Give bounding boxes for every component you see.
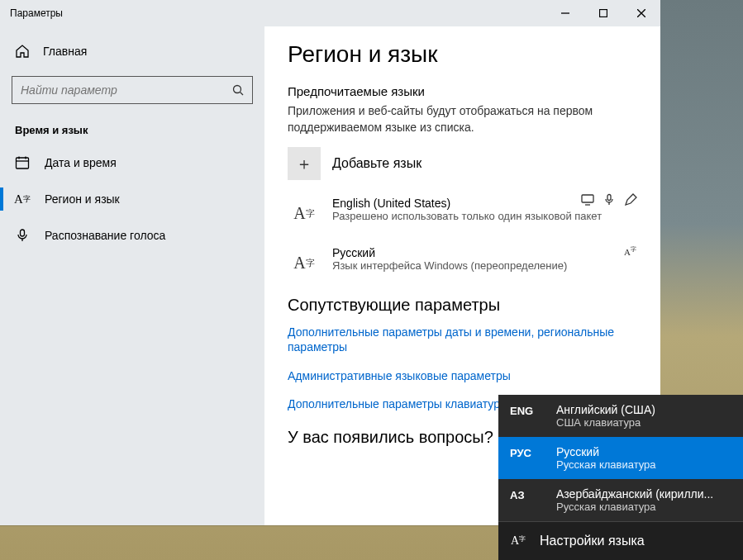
related-settings-title: Сопутствующие параметры bbox=[288, 296, 637, 315]
link-admin-language[interactable]: Административные языковые параметры bbox=[288, 368, 637, 383]
preferred-languages-title: Предпочитаемые языки bbox=[288, 84, 637, 98]
search-icon bbox=[232, 84, 244, 96]
home-icon bbox=[15, 44, 30, 59]
titlebar: Параметры bbox=[0, 0, 660, 26]
lang-option-rus[interactable]: РУС Русский Русская клавиатура bbox=[498, 437, 743, 479]
minimize-button[interactable] bbox=[546, 0, 584, 26]
svg-rect-10 bbox=[21, 230, 25, 236]
lang-option-eng[interactable]: ENG Английский (США) США клавиатура bbox=[498, 395, 743, 437]
lang-option-name: Азербайджанский (кирилли... bbox=[556, 487, 731, 501]
language-preferences-label: Настройки языка bbox=[540, 534, 645, 548]
nav-item-speech[interactable]: Распознавание голоса bbox=[0, 217, 264, 254]
lang-option-name: Английский (США) bbox=[556, 403, 731, 416]
lang-code: ENG bbox=[510, 403, 543, 429]
nav-item-date-time[interactable]: Дата и время bbox=[0, 145, 264, 181]
language-glyph-icon: A字 bbox=[288, 197, 321, 230]
language-feature-icons bbox=[581, 193, 637, 206]
nav-group-header: Время и язык bbox=[0, 116, 264, 145]
nav-item-label: Распознавание голоса bbox=[45, 229, 165, 242]
mic-small-icon bbox=[602, 193, 616, 206]
window-title: Параметры bbox=[0, 7, 546, 19]
lang-option-name: Русский bbox=[556, 445, 731, 458]
language-subtext: Язык интерфейса Windows (переопределение… bbox=[332, 259, 637, 272]
language-glyph-icon: A字 bbox=[288, 246, 321, 279]
lang-option-keyboard: Русская клавиатура bbox=[556, 501, 731, 513]
lang-option-az[interactable]: АЗ Азербайджанский (кирилли... Русская к… bbox=[498, 479, 743, 521]
language-name: Русский bbox=[332, 246, 637, 259]
add-language-row[interactable]: ＋ Добавьте язык bbox=[288, 147, 637, 180]
svg-rect-6 bbox=[17, 158, 29, 168]
page-title: Регион и язык bbox=[288, 41, 637, 68]
nav-item-label: Регион и язык bbox=[45, 192, 120, 206]
lang-option-keyboard: США клавиатура bbox=[556, 416, 731, 429]
search-input[interactable] bbox=[21, 83, 232, 97]
nav-home[interactable]: Главная bbox=[0, 35, 264, 68]
language-icon: A字 bbox=[15, 192, 30, 206]
pen-icon bbox=[624, 193, 637, 206]
svg-line-5 bbox=[241, 93, 244, 96]
language-item-russian[interactable]: A字 Русский Язык интерфейса Windows (пере… bbox=[288, 246, 637, 279]
language-preferences-link[interactable]: A字 Настройки языка bbox=[498, 522, 743, 560]
lang-small-icon: A字 bbox=[624, 243, 637, 256]
language-feature-icons: A字 bbox=[624, 243, 637, 256]
maximize-button[interactable] bbox=[584, 0, 622, 26]
plus-icon: ＋ bbox=[288, 147, 321, 180]
nav-item-region-language[interactable]: A字 Регион и язык bbox=[0, 181, 264, 217]
svg-rect-12 bbox=[582, 195, 593, 202]
lang-option-keyboard: Русская клавиатура bbox=[556, 458, 731, 471]
add-language-label: Добавьте язык bbox=[332, 156, 422, 171]
svg-point-4 bbox=[234, 86, 241, 93]
microphone-icon bbox=[15, 228, 30, 243]
display-icon bbox=[581, 193, 594, 206]
svg-rect-1 bbox=[600, 10, 607, 17]
preferred-languages-desc: Приложения и веб-сайты будут отображатьс… bbox=[288, 103, 637, 135]
nav-item-label: Дата и время bbox=[45, 156, 117, 169]
close-button[interactable] bbox=[622, 0, 660, 26]
language-settings-icon: A字 bbox=[510, 534, 526, 548]
sidebar: Главная Время и язык Дата и время A字 Рег… bbox=[0, 26, 264, 525]
link-date-regional[interactable]: Дополнительные параметры даты и времени,… bbox=[288, 325, 637, 354]
lang-code: АЗ bbox=[510, 487, 543, 513]
search-box[interactable] bbox=[12, 76, 253, 104]
nav-home-label: Главная bbox=[43, 45, 87, 58]
language-item-english[interactable]: A字 English (United States) Разрешено исп… bbox=[288, 197, 637, 230]
svg-rect-14 bbox=[607, 195, 611, 201]
language-subtext: Разрешено использовать только один языко… bbox=[332, 210, 637, 222]
calendar-icon bbox=[15, 155, 30, 170]
language-switcher-popup: ENG Английский (США) США клавиатура РУС … bbox=[498, 395, 743, 560]
lang-code: РУС bbox=[510, 445, 543, 471]
